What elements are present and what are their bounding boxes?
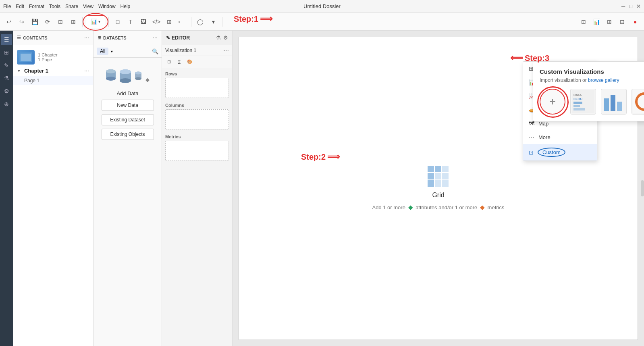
- menu-window[interactable]: Window: [98, 4, 116, 9]
- iconbar-grid[interactable]: ⊞: [1, 47, 12, 58]
- shape2-button[interactable]: ▾: [208, 16, 219, 27]
- chapter-chevron: ▼: [17, 69, 21, 73]
- iconbar-layers[interactable]: ⊕: [1, 98, 12, 110]
- insert-widget-button[interactable]: ⊞: [164, 16, 175, 27]
- plugin-2[interactable]: [601, 89, 627, 115]
- filter-dropdown-icon[interactable]: ▾: [111, 49, 113, 54]
- diamond-icon: [145, 77, 150, 84]
- existing-dataset-button[interactable]: Existing Dataset: [102, 114, 154, 125]
- svg-rect-18: [573, 102, 582, 104]
- more-menu-icon: ⋯: [529, 134, 534, 140]
- metrics-drop-zone[interactable]: [165, 141, 229, 161]
- contents-icon: ☰: [17, 35, 21, 40]
- contents-title: ☰ CONTENTS: [17, 35, 48, 40]
- page-row[interactable]: Page 1: [13, 76, 93, 85]
- db-icon-2: [119, 68, 132, 86]
- dropdown-more[interactable]: ⋯ More: [523, 130, 597, 144]
- filter-all-btn[interactable]: All: [97, 48, 108, 55]
- step1-label: Step:1 ⟹: [234, 14, 273, 24]
- iconbar-home[interactable]: ☰: [1, 34, 12, 45]
- plugin-1[interactable]: DATA CLOU: [570, 89, 596, 115]
- new-data-button[interactable]: New Data: [102, 100, 154, 111]
- right-edge-handle[interactable]: [641, 180, 644, 196]
- viz-options-icon[interactable]: ⋯: [223, 47, 229, 54]
- refresh-button[interactable]: ⟳: [42, 16, 53, 27]
- editor-tb-3[interactable]: 🎨: [185, 58, 194, 67]
- add-custom-viz-button[interactable]: +: [540, 89, 565, 115]
- custom-panel-subtitle: Import visualization or browse gallery: [540, 77, 644, 83]
- grid-icon: [428, 166, 449, 187]
- insert-image-button[interactable]: 🖼: [138, 16, 149, 27]
- close-button[interactable]: ✕: [636, 3, 641, 9]
- titlebar: File Edit Format Tools Share View Window…: [0, 0, 644, 13]
- minimize-button[interactable]: ─: [621, 3, 625, 9]
- editor-settings-icon[interactable]: ⚙: [223, 35, 228, 41]
- datasets-menu-icon[interactable]: ⋯: [153, 35, 158, 41]
- iconbar-edit[interactable]: ✎: [1, 60, 12, 71]
- browse-gallery-link[interactable]: browse gallery: [588, 77, 619, 83]
- menu-edit[interactable]: Edit: [16, 4, 24, 9]
- rows-drop-zone[interactable]: [165, 78, 229, 98]
- copy-button[interactable]: ⊞: [68, 16, 79, 27]
- tb-right1[interactable]: ⊡: [578, 16, 589, 27]
- sep2: [108, 17, 109, 27]
- tb-right3[interactable]: ⊞: [604, 16, 615, 27]
- editor-panel: ✎ EDITOR ⚗ ⚙ Visualization 1 ⋯ ⊞ Σ 🎨 Row…: [162, 31, 233, 346]
- menu-help[interactable]: Help: [120, 4, 131, 9]
- redo-button[interactable]: ↪: [16, 16, 27, 27]
- editor-tb-2[interactable]: Σ: [175, 58, 184, 67]
- custom-menu-label: Custom: [542, 149, 561, 155]
- insert-text-button[interactable]: T: [125, 16, 136, 27]
- svg-text:CLOU: CLOU: [573, 97, 582, 101]
- svg-point-5: [106, 69, 116, 73]
- insert-widget2-button[interactable]: ⟵: [177, 16, 188, 27]
- sep4: [222, 17, 222, 27]
- menu-file[interactable]: File: [3, 4, 11, 9]
- svg-rect-20: [573, 108, 585, 110]
- page-name: Page 1: [24, 78, 39, 83]
- grid-title: Grid: [432, 192, 444, 199]
- menu-tools[interactable]: Tools: [49, 4, 60, 9]
- menu-share[interactable]: Share: [65, 4, 78, 9]
- tb-right4[interactable]: ⊟: [617, 16, 628, 27]
- contents-menu-icon[interactable]: ⋯: [84, 35, 89, 41]
- tb-right5[interactable]: ●: [629, 16, 641, 27]
- editor-pencil-icon: ✎: [166, 35, 170, 41]
- step3-annotation: ⟸ Step:3: [510, 53, 549, 63]
- iconbar-settings[interactable]: ⚙: [1, 85, 12, 97]
- contents-body: 1 Chapter 1 Page ▼ Chapter 1 ⋯ Page 1: [13, 45, 93, 346]
- maximize-button[interactable]: □: [629, 3, 632, 9]
- chapter-row[interactable]: ▼ Chapter 1 ⋯: [13, 66, 93, 75]
- svg-point-8: [120, 78, 131, 83]
- menu-format[interactable]: Format: [29, 4, 44, 9]
- datasets-panel: ⊞ DATASETS ⋯ All ▾ 🔍: [93, 31, 162, 346]
- canvas-area: Grid Add 1 or more ◆ attributes and/or 1…: [233, 31, 644, 346]
- chapter-thumbnail-item[interactable]: 1 Chapter 1 Page: [13, 48, 93, 66]
- menu-view[interactable]: View: [83, 4, 93, 9]
- dropdown-custom[interactable]: ⊡ Custom: [523, 144, 597, 160]
- rows-label: Rows: [165, 71, 229, 76]
- columns-drop-zone[interactable]: [165, 109, 229, 129]
- iconbar-filter[interactable]: ⚗: [1, 73, 12, 84]
- insert-chart-button[interactable]: 📊 ▾: [86, 15, 105, 28]
- svg-point-4: [106, 77, 116, 81]
- tb-right2[interactable]: 📊: [591, 16, 602, 27]
- export-button[interactable]: ⊡: [55, 16, 66, 27]
- existing-objects-button[interactable]: Existing Objects: [102, 129, 154, 140]
- svg-rect-23: [611, 95, 615, 111]
- save-button[interactable]: 💾: [29, 16, 40, 27]
- search-icon[interactable]: 🔍: [152, 48, 158, 54]
- attr-dot: ◆: [408, 204, 413, 211]
- insert-shape-button[interactable]: □: [112, 16, 123, 27]
- insert-code-button[interactable]: </>: [151, 16, 162, 27]
- chapter-info: 1 Chapter 1 Page: [38, 52, 57, 62]
- data-icons: [105, 66, 150, 84]
- shape-button[interactable]: ◯: [195, 16, 206, 27]
- editor-tb-1[interactable]: ⊞: [164, 58, 173, 67]
- svg-rect-14: [145, 78, 150, 82]
- svg-rect-1: [21, 54, 31, 61]
- chapter-options-icon[interactable]: ⋯: [84, 68, 89, 74]
- undo-button[interactable]: ↩: [3, 16, 15, 27]
- plugin-3[interactable]: [632, 89, 644, 115]
- editor-filter-icon[interactable]: ⚗: [216, 35, 221, 41]
